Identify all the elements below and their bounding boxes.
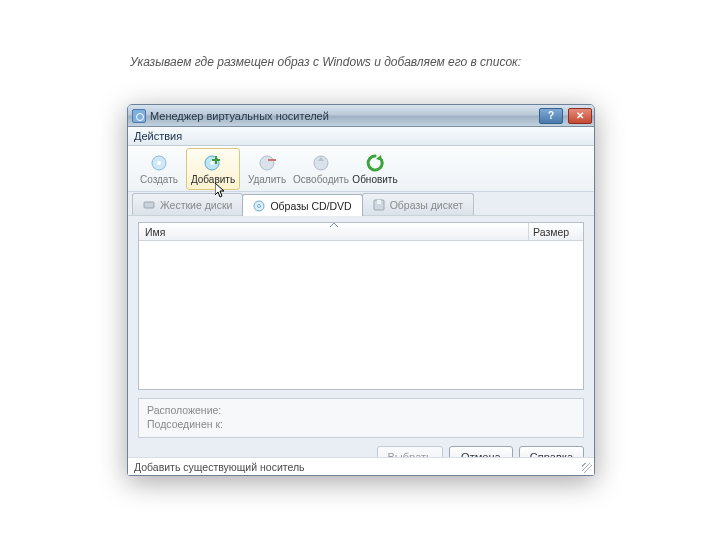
tab-hard-disks: Жесткие диски	[132, 193, 243, 215]
window-title: Менеджер виртуальных носителей	[150, 110, 535, 122]
toolbar-release-button: Освободить	[294, 148, 348, 190]
menu-actions[interactable]: Действия	[134, 130, 182, 142]
toolbar-remove-button: Удалить	[240, 148, 294, 190]
svg-rect-9	[144, 202, 154, 208]
refresh-icon	[365, 153, 385, 173]
tabs: Жесткие диски Образы CD/DVD Образы диске…	[128, 192, 594, 216]
sort-caret-icon	[330, 222, 338, 228]
info-location-label: Расположение:	[147, 403, 575, 417]
svg-point-11	[258, 204, 261, 207]
svg-rect-5	[212, 159, 220, 161]
remove-disk-icon	[257, 153, 277, 173]
col-name-label: Имя	[145, 226, 165, 238]
col-name-header[interactable]: Имя	[139, 223, 529, 240]
toolbar-add-label: Добавить	[191, 174, 235, 185]
list-header: Имя Размер	[139, 223, 583, 241]
info-connected-label: Подсоединен к:	[147, 417, 575, 431]
release-disk-icon	[311, 153, 331, 173]
virtual-media-manager-window: Менеджер виртуальных носителей ? ✕ Дейст…	[127, 104, 595, 476]
tab-floppy-images: Образы дискет	[362, 193, 474, 215]
status-bar: Добавить существующий носитель	[128, 457, 594, 475]
toolbar-create-button: Создать	[132, 148, 186, 190]
tab-cd-images[interactable]: Образы CD/DVD	[242, 194, 362, 216]
app-icon	[132, 109, 146, 123]
tab-hdd-label: Жесткие диски	[160, 199, 232, 211]
toolbar-remove-label: Удалить	[248, 174, 286, 185]
toolbar-refresh-label: Обновить	[352, 174, 397, 185]
cd-icon	[253, 200, 265, 212]
toolbar-create-label: Создать	[140, 174, 178, 185]
add-disk-icon	[203, 153, 223, 173]
floppy-icon	[373, 199, 385, 211]
col-size-header[interactable]: Размер	[529, 223, 583, 240]
media-list[interactable]: Имя Размер	[138, 222, 584, 390]
toolbar: Создать Добавить Удалить Освободить	[128, 146, 594, 192]
info-panel: Расположение: Подсоединен к:	[138, 398, 584, 438]
svg-point-3	[210, 161, 214, 165]
toolbar-release-label: Освободить	[293, 174, 349, 185]
tab-floppy-label: Образы дискет	[390, 199, 463, 211]
page-caption: Указываем где размещен образ с Windows и…	[130, 55, 630, 69]
titlebar-help-button[interactable]: ?	[539, 108, 563, 124]
titlebar-close-button[interactable]: ✕	[568, 108, 592, 124]
new-disk-icon	[149, 153, 169, 173]
menubar: Действия	[128, 127, 594, 146]
toolbar-add-button[interactable]: Добавить	[186, 148, 240, 190]
toolbar-refresh-button[interactable]: Обновить	[348, 148, 402, 190]
svg-rect-7	[268, 159, 276, 161]
hdd-icon	[143, 199, 155, 211]
tab-cd-label: Образы CD/DVD	[270, 200, 351, 212]
status-text: Добавить существующий носитель	[134, 461, 305, 473]
svg-point-1	[157, 161, 161, 165]
svg-rect-13	[377, 200, 381, 204]
col-size-label: Размер	[533, 226, 569, 238]
titlebar[interactable]: Менеджер виртуальных носителей ? ✕	[128, 105, 594, 127]
list-body-empty	[139, 241, 583, 389]
svg-point-6	[260, 156, 274, 170]
